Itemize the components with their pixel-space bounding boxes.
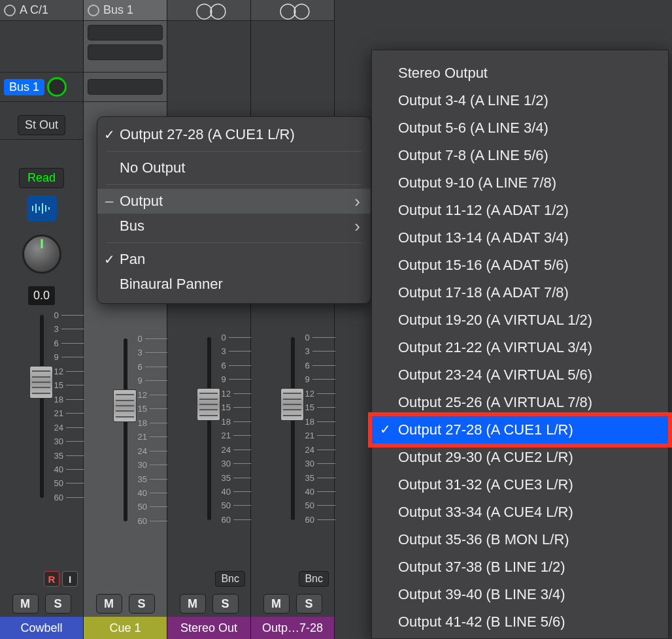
mute-button[interactable]: M: [180, 594, 206, 614]
solo-button[interactable]: S: [45, 594, 71, 614]
fader-cap[interactable]: [280, 388, 304, 421]
submenu-item[interactable]: Output 33-34 (A CUE4 L/R): [372, 499, 668, 526]
output-slot[interactable]: St Out: [0, 111, 83, 140]
fader-area: 036912151821243035405060: [251, 329, 334, 567]
input-slot[interactable]: A C/1: [0, 0, 83, 21]
fader-scale: 036912151821243035405060: [138, 338, 168, 521]
channel-strip-stereo-out: ◯◯ 036912151821243035405060 Bnc M S Ster…: [167, 0, 251, 639]
submenu-item[interactable]: Output 11-12 (A ADAT 1/2): [372, 197, 668, 224]
solo-button[interactable]: S: [212, 594, 239, 614]
mute-button[interactable]: M: [96, 594, 122, 614]
stereo-icon: ◯◯: [195, 1, 223, 20]
track-name[interactable]: Cowbell: [0, 617, 83, 639]
solo-button[interactable]: S: [296, 594, 322, 614]
fader-track[interactable]: 036912151821243035405060: [40, 315, 44, 498]
output-label: St Out: [18, 115, 65, 135]
channel-strip-output-27-28: ◯◯ 036912151821243035405060 Bnc M S Outp…: [251, 0, 335, 639]
insert-slot[interactable]: [88, 44, 163, 60]
mute-button[interactable]: M: [263, 594, 290, 614]
channel-strip-cowbell: A C/1 Bus 1 St Out Read 0.0 03691215182: [0, 0, 84, 639]
submenu-item[interactable]: Output 3-4 (A LINE 1/2): [372, 87, 668, 114]
menu-current-output[interactable]: Output 27-28 (A CUE1 L/R): [97, 122, 371, 147]
track-name[interactable]: Stereo Out: [167, 617, 250, 639]
submenu-item[interactable]: Output 15-16 (A ADAT 5/6): [372, 252, 668, 279]
submenu-item[interactable]: Output 39-40 (B LINE 3/4): [372, 581, 668, 608]
mute-solo-row: M S: [0, 591, 83, 617]
submenu-item[interactable]: Output 41-42 (B LINE 5/6): [372, 608, 668, 636]
waveform-icon[interactable]: [27, 195, 57, 221]
bounce-button[interactable]: Bnc: [299, 571, 329, 587]
menu-separator: [107, 242, 361, 243]
submenu-item[interactable]: Output 7-8 (A LINE 5/6): [372, 142, 668, 169]
pan-value[interactable]: 0.0: [28, 286, 55, 305]
menu-separator: [107, 151, 361, 152]
fader-track[interactable]: 036912151821243035405060: [124, 338, 127, 521]
channel-strip-cue1: Bus 1 036912151821243035405060 M S Cue 1: [84, 0, 167, 639]
fader-area: 036912151821243035405060: [84, 331, 167, 567]
submenu-item[interactable]: Output 21-22 (A VIRTUAL 3/4): [372, 334, 668, 361]
submenu-item[interactable]: Output 29-30 (A CUE2 L/R): [372, 444, 668, 471]
menu-pan[interactable]: Pan: [97, 247, 371, 272]
submenu-item[interactable]: Output 25-26 (A VIRTUAL 7/8): [372, 389, 668, 416]
mute-solo-row: M S: [167, 591, 250, 617]
fader-track[interactable]: 036912151821243035405060: [207, 337, 211, 520]
io-circle-icon: [4, 5, 16, 16]
mute-solo-row: M S: [84, 591, 167, 617]
menu-bus-submenu[interactable]: Bus: [97, 214, 371, 238]
insert-area: [0, 21, 83, 72]
input-slot[interactable]: ◯◯: [167, 0, 250, 21]
fader-area: 036912151821243035405060: [0, 307, 83, 567]
menu-no-output[interactable]: No Output: [97, 156, 371, 180]
pan-knob[interactable]: [22, 235, 61, 274]
insert-slot[interactable]: [88, 25, 163, 41]
submenu-item[interactable]: Output 17-18 (A ADAT 7/8): [372, 279, 668, 306]
menu-output-submenu[interactable]: Output: [97, 189, 371, 214]
submenu-item[interactable]: Output 35-36 (B MON L/R): [372, 526, 668, 553]
fader-cap[interactable]: [113, 389, 137, 422]
mute-solo-row: M S: [251, 591, 334, 617]
track-name[interactable]: Outp…7-28: [251, 617, 334, 639]
insert-area: [84, 21, 167, 72]
track-icon-row: [0, 192, 83, 225]
fader-cap[interactable]: [29, 366, 53, 399]
input-label: A C/1: [20, 3, 48, 17]
send-label: Bus 1: [4, 79, 44, 95]
bounce-row: Bnc: [167, 567, 250, 591]
submenu-item[interactable]: Output 27-28 (A CUE1 L/R): [372, 416, 668, 444]
fader-scale: 036912151821243035405060: [222, 337, 252, 520]
track-name[interactable]: Cue 1: [84, 617, 167, 639]
rec-input-row: [84, 567, 167, 591]
input-label: Bus 1: [103, 3, 133, 17]
submenu-item[interactable]: Output 13-14 (A ADAT 3/4): [372, 224, 668, 252]
fader-area: 036912151821243035405060: [167, 329, 250, 567]
fader-track[interactable]: 036912151821243035405060: [291, 337, 295, 520]
menu-separator: [107, 184, 361, 185]
send-empty[interactable]: [88, 79, 163, 95]
fader-scale: 036912151821243035405060: [54, 315, 84, 498]
rec-input-row: R I: [0, 567, 83, 591]
fader-cap[interactable]: [197, 388, 220, 421]
fader-scale: 036912151821243035405060: [305, 337, 335, 520]
submenu-item[interactable]: Output 19-20 (A VIRTUAL 1/2): [372, 306, 668, 334]
input-monitor-button[interactable]: I: [62, 571, 78, 587]
send-knob-icon[interactable]: [47, 77, 67, 97]
bounce-button[interactable]: Bnc: [215, 571, 245, 587]
pan-value-row: 0.0: [0, 284, 83, 307]
automation-mode[interactable]: Read: [0, 163, 83, 192]
input-slot[interactable]: ◯◯: [251, 0, 334, 21]
solo-button[interactable]: S: [129, 594, 155, 614]
submenu-item[interactable]: Output 37-38 (B LINE 1/2): [372, 553, 668, 581]
send-slot[interactable]: Bus 1: [0, 72, 83, 102]
io-circle-icon: [88, 5, 99, 16]
input-slot[interactable]: Bus 1: [84, 0, 167, 21]
submenu-item[interactable]: Stereo Output: [372, 59, 668, 87]
pan-knob-row: [0, 225, 83, 284]
record-enable-button[interactable]: R: [44, 571, 59, 587]
send-slot[interactable]: [84, 72, 167, 102]
submenu-item[interactable]: Output 23-24 (A VIRTUAL 5/6): [372, 361, 668, 389]
submenu-item[interactable]: Output 31-32 (A CUE3 L/R): [372, 471, 668, 499]
menu-binaural-panner[interactable]: Binaural Panner: [97, 272, 371, 297]
mute-button[interactable]: M: [12, 594, 39, 614]
submenu-item[interactable]: Output 9-10 (A LINE 7/8): [372, 169, 668, 197]
submenu-item[interactable]: Output 5-6 (A LINE 3/4): [372, 114, 668, 142]
